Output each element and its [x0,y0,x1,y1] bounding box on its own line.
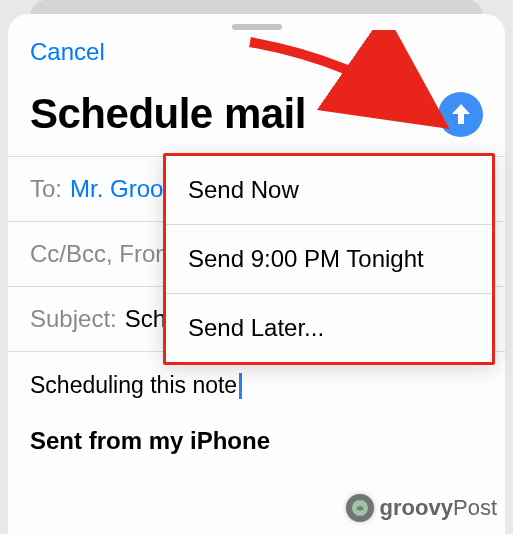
text-cursor [239,373,242,399]
title-row: Schedule mail [8,66,505,156]
popover-send-tonight[interactable]: Send 9:00 PM Tonight [166,225,492,294]
popover-send-now[interactable]: Send Now [166,156,492,225]
body-section[interactable]: Scheduling this note Sent from my iPhone [8,351,505,475]
compose-title: Schedule mail [30,90,306,138]
signature: Sent from my iPhone [30,427,483,455]
watermark-logo-icon [346,494,374,522]
watermark-text: groovyPost [380,495,497,521]
cancel-button[interactable]: Cancel [30,38,105,66]
body-text: Scheduling this note [30,372,483,399]
schedule-popover: Send Now Send 9:00 PM Tonight Send Later… [163,153,495,365]
watermark: groovyPost [346,494,497,522]
subject-label: Subject: [30,305,117,333]
popover-send-later[interactable]: Send Later... [166,294,492,362]
send-button[interactable] [438,92,483,137]
ccbcc-label: Cc/Bcc, From [30,240,175,268]
header-row: Cancel [8,30,505,66]
to-label: To: [30,175,62,203]
to-value[interactable]: Mr. Groov [70,175,175,203]
arrow-up-icon [450,102,472,126]
